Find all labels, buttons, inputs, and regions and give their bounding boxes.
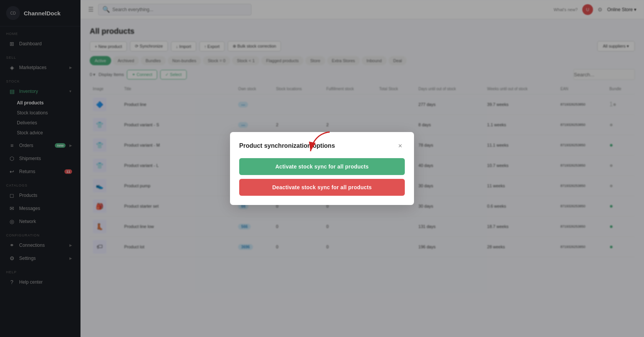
modal-overlay: Product synchronization options × Activa… — [0, 0, 644, 337]
modal-title: Product synchronization options — [239, 142, 335, 149]
sync-modal: Product synchronization options × Activa… — [230, 132, 414, 205]
modal-header: Product synchronization options × — [239, 141, 405, 150]
deactivate-sync-button[interactable]: Deactivate stock sync for all products — [239, 179, 405, 196]
activate-sync-button[interactable]: Activate stock sync for all products — [239, 158, 405, 175]
modal-close-button[interactable]: × — [396, 141, 405, 150]
